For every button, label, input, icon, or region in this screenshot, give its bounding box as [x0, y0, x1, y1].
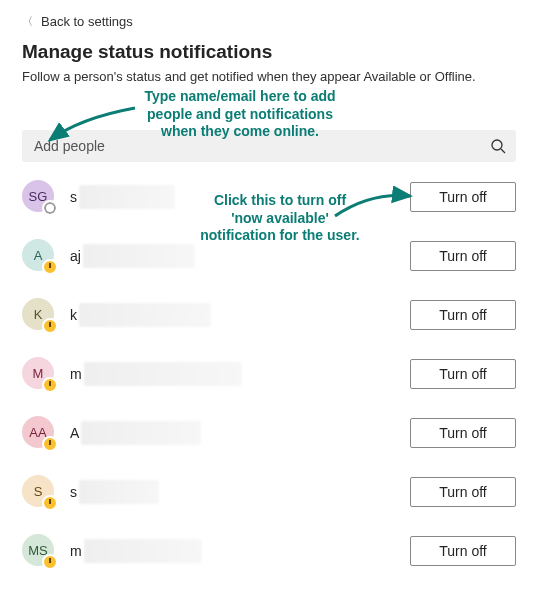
person-name: s: [70, 480, 410, 504]
person-name: s: [70, 185, 410, 209]
turn-off-button[interactable]: Turn off: [410, 477, 516, 507]
person-name: m: [70, 539, 410, 563]
redacted-name: [84, 362, 242, 386]
person-row: AajTurn off: [22, 239, 516, 273]
page-subtitle: Follow a person's status and get notifie…: [22, 69, 516, 84]
avatar[interactable]: AA: [22, 416, 56, 450]
redacted-name: [79, 480, 159, 504]
turn-off-button[interactable]: Turn off: [410, 182, 516, 212]
avatar[interactable]: K: [22, 298, 56, 332]
person-row: AAATurn off: [22, 416, 516, 450]
presence-away-icon: [42, 495, 58, 511]
turn-off-button[interactable]: Turn off: [410, 418, 516, 448]
page-title: Manage status notifications: [22, 41, 516, 63]
person-name: k: [70, 303, 410, 327]
turn-off-button[interactable]: Turn off: [410, 300, 516, 330]
avatar[interactable]: M: [22, 357, 56, 391]
svg-line-1: [501, 149, 505, 153]
redacted-name: [79, 303, 211, 327]
person-name: A: [70, 421, 410, 445]
presence-offline-icon: [42, 200, 58, 216]
avatar[interactable]: SG: [22, 180, 56, 214]
turn-off-button[interactable]: Turn off: [410, 241, 516, 271]
back-label: Back to settings: [41, 14, 133, 29]
redacted-name: [81, 421, 201, 445]
avatar[interactable]: S: [22, 475, 56, 509]
redacted-name: [83, 244, 195, 268]
turn-off-button[interactable]: Turn off: [410, 536, 516, 566]
back-to-settings-link[interactable]: 〈 Back to settings: [22, 10, 516, 33]
name-prefix: m: [70, 543, 82, 559]
person-row: KkTurn off: [22, 298, 516, 332]
person-name: m: [70, 362, 410, 386]
presence-away-icon: [42, 259, 58, 275]
redacted-name: [79, 185, 175, 209]
name-prefix: s: [70, 484, 77, 500]
presence-away-icon: [42, 318, 58, 334]
svg-point-0: [492, 140, 502, 150]
turn-off-button[interactable]: Turn off: [410, 359, 516, 389]
avatar[interactable]: A: [22, 239, 56, 273]
name-prefix: aj: [70, 248, 81, 264]
presence-away-icon: [42, 436, 58, 452]
people-list: SGsTurn offAajTurn offKkTurn offMmTurn o…: [22, 180, 516, 568]
person-row: MSmTurn off: [22, 534, 516, 568]
presence-away-icon: [42, 554, 58, 570]
person-row: SGsTurn off: [22, 180, 516, 214]
person-name: aj: [70, 244, 410, 268]
name-prefix: s: [70, 189, 77, 205]
avatar[interactable]: MS: [22, 534, 56, 568]
name-prefix: A: [70, 425, 79, 441]
person-row: MmTurn off: [22, 357, 516, 391]
name-prefix: m: [70, 366, 82, 382]
search-icon: [490, 138, 506, 154]
person-row: SsTurn off: [22, 475, 516, 509]
presence-away-icon: [42, 377, 58, 393]
add-people-search[interactable]: [22, 130, 516, 162]
add-people-input[interactable]: [32, 137, 490, 155]
chevron-left-icon: 〈: [22, 14, 33, 29]
name-prefix: k: [70, 307, 77, 323]
redacted-name: [84, 539, 202, 563]
